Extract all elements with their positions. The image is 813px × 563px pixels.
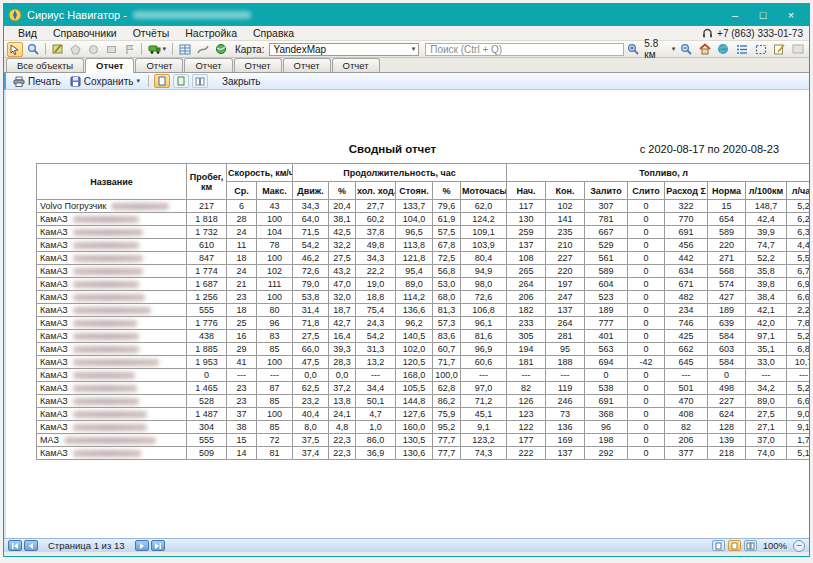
geo-search-button[interactable] [213, 42, 229, 57]
zoom-page-fit-button[interactable] [712, 540, 725, 551]
status-bar [4, 552, 809, 556]
table-cell: 555 [187, 304, 227, 317]
maximize-button[interactable]: □ [749, 6, 777, 24]
print-button[interactable]: Печать [10, 76, 64, 87]
close-button[interactable]: × [777, 6, 805, 24]
table-row: КамАЗ1 6872111179,047,019,089,053,098,02… [37, 278, 810, 291]
table-row: КамАЗ555188031,418,775,4136,681,3106,818… [37, 304, 810, 317]
map-scale-select[interactable]: 5.8 км ▾ [644, 38, 675, 60]
tab-all-objects[interactable]: Все объекты [6, 58, 84, 72]
table-row: КамАЗ1 7742410272,643,222,295,456,894,92… [37, 265, 810, 278]
main-toolbar: ▾ Карта: YandexMap ▾ Поиск (Ctrl + Q) 5.… [4, 41, 809, 58]
table-cell: 96,5 [396, 226, 433, 239]
notes-button[interactable] [772, 42, 788, 57]
zoom-multi-page-button[interactable] [744, 540, 757, 551]
last-page-button[interactable] [151, 540, 165, 551]
previous-page-button[interactable] [24, 540, 38, 551]
col-header-fuel-start: Нач. [507, 182, 546, 200]
vehicle-name-cell: КамАЗ [37, 395, 187, 408]
table-cell: 35,8 [746, 265, 787, 278]
vehicle-tracking-button[interactable]: ▾ [146, 42, 168, 57]
view-single-page-toggle[interactable] [154, 74, 170, 88]
close-report-button[interactable]: Закрыть [219, 76, 264, 87]
minimize-button[interactable]: – [721, 6, 749, 24]
zoom-tool-button[interactable] [25, 42, 41, 57]
zoom-in-button[interactable] [626, 42, 642, 57]
object-list-button[interactable] [734, 42, 750, 57]
first-page-button[interactable] [8, 540, 22, 551]
table-cell: 198 [585, 434, 628, 447]
table-cell: 74,0 [746, 447, 787, 460]
menu-directories[interactable]: Справочники [45, 27, 125, 39]
table-cell: 94,9 [461, 265, 507, 278]
save-dropdown-arrow[interactable]: ▾ [136, 77, 140, 85]
col-header-fuel-drained: Слито [628, 182, 665, 200]
menu-help[interactable]: Справка [245, 27, 302, 39]
edit-map-button[interactable] [50, 42, 66, 57]
globe-button[interactable] [716, 42, 732, 57]
table-cell: 49,8 [356, 239, 396, 252]
table-cell: 127,6 [396, 408, 433, 421]
table-cell: 114,2 [396, 291, 433, 304]
vehicle-name-cell: КамАЗ [37, 213, 187, 226]
home-button[interactable] [697, 42, 713, 57]
table-cell: 83,6 [433, 330, 461, 343]
menu-view[interactable]: Вид [10, 27, 45, 39]
table-cell: 102,0 [396, 343, 433, 356]
save-button[interactable]: Сохранить ▾ [67, 76, 143, 87]
route-view-button[interactable] [195, 42, 211, 57]
view-fit-width-toggle[interactable] [173, 74, 189, 88]
redacted-plate [73, 450, 141, 457]
zoom-page-width-button[interactable] [728, 540, 741, 551]
table-cell: 38,4 [746, 291, 787, 304]
summary-report-table: Название Пробег, км Скорость, км/ч Продо… [36, 163, 809, 460]
table-cell: 66,0 [293, 343, 329, 356]
vehicle-dropdown-arrow[interactable]: ▾ [162, 45, 166, 53]
combo-arrow-icon[interactable]: ▾ [412, 45, 416, 53]
table-cell: 847 [187, 252, 227, 265]
col-header-fuel-end: Кон. [546, 182, 585, 200]
next-page-button[interactable] [135, 540, 149, 551]
view-multi-page-toggle[interactable] [192, 74, 208, 88]
map-select[interactable]: YandexMap ▾ [269, 43, 419, 56]
table-cell: 50,1 [356, 395, 396, 408]
search-input[interactable]: Поиск (Ctrl + Q) [425, 43, 623, 56]
table-cell: 482 [665, 291, 708, 304]
table-cell: 72 [257, 434, 293, 447]
vehicle-name-cell: Volvo Погрузчик [37, 200, 187, 213]
tab-report-1-active[interactable]: Отчет [85, 58, 134, 73]
table-cell: 1 776 [187, 317, 227, 330]
table-cell: 781 [585, 213, 628, 226]
zoom-out-page-button[interactable]: – [793, 540, 805, 552]
table-cell: 0 [628, 421, 665, 434]
table-cell: 28 [227, 213, 257, 226]
menu-settings[interactable]: Настройка [177, 27, 245, 39]
table-cell: 89,0 [396, 278, 433, 291]
table-cell: 25 [227, 317, 257, 330]
tab-report-6[interactable]: Отчет [332, 58, 380, 72]
table-cell: 206 [507, 291, 546, 304]
table-cell: 222 [507, 447, 546, 460]
pan-tool-button[interactable] [7, 42, 23, 57]
flag-tool-button-disabled [121, 42, 137, 57]
selection-frame-button[interactable] [753, 42, 769, 57]
table-cell: 31,3 [356, 343, 396, 356]
tab-report-2[interactable]: Отчет [135, 58, 183, 72]
zoom-out-button[interactable] [678, 42, 694, 57]
tab-report-5[interactable]: Отчет [283, 58, 331, 72]
scale-dropdown-arrow[interactable]: ▾ [672, 45, 676, 53]
grid-view-button[interactable] [177, 42, 193, 57]
table-cell: 71,2 [461, 395, 507, 408]
menu-reports[interactable]: Отчёты [125, 27, 178, 39]
vehicle-name-cell: КамАЗ [37, 239, 187, 252]
tab-report-4[interactable]: Отчет [234, 58, 282, 72]
table-cell: 227 [708, 395, 746, 408]
table-cell: 218 [708, 447, 746, 460]
table-cell: 126 [507, 395, 546, 408]
table-cell: 108 [507, 252, 546, 265]
tab-report-3[interactable]: Отчет [184, 58, 232, 72]
table-cell: 13,8 [329, 395, 356, 408]
table-cell: 60,2 [356, 213, 396, 226]
table-cell: 56,8 [433, 265, 461, 278]
col-group-duration: Продолжительность, час [293, 164, 507, 182]
